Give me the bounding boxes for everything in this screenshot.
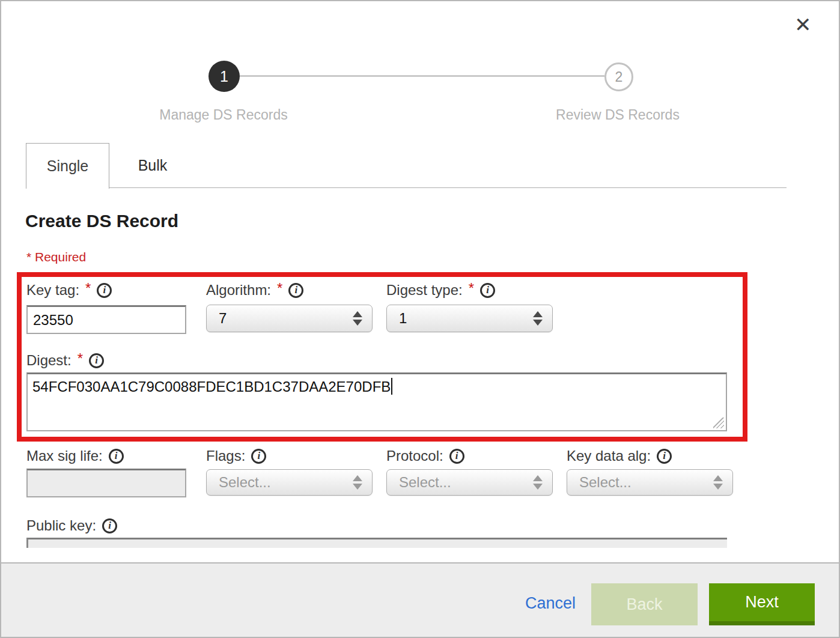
info-icon[interactable]: i (109, 449, 124, 464)
key-data-alg-label-text: Key data alg: (567, 448, 651, 464)
resize-handle[interactable] (713, 418, 724, 428)
digest-type-label: Digest type: * i (386, 281, 495, 299)
stepper-connector-line (240, 75, 604, 77)
public-key-textarea[interactable] (26, 538, 727, 548)
cancel-button[interactable]: Cancel (525, 594, 576, 613)
algorithm-select-value: 7 (219, 310, 353, 327)
required-asterisk: * (78, 350, 83, 367)
info-icon[interactable]: i (480, 283, 495, 298)
protocol-label: Protocol: i (386, 447, 464, 465)
step-2-label: Review DS Records (510, 107, 726, 123)
key-tag-label-text: Key tag: (26, 282, 79, 299)
algorithm-label-text: Algorithm: (206, 282, 271, 299)
required-note: * Required (26, 250, 86, 264)
public-key-label-text: Public key: (26, 517, 96, 534)
next-button[interactable]: Next (709, 583, 815, 625)
page-title: Create DS Record (25, 211, 178, 231)
info-icon[interactable]: i (288, 283, 303, 298)
step-2-circle: 2 (604, 62, 633, 91)
info-icon[interactable]: i (97, 283, 112, 298)
select-arrows-icon (533, 475, 543, 490)
digest-label-text: Digest: (26, 352, 72, 369)
digest-value: 54FCF030AA1C79C0088FDEC1BD1C37DAA2E70DFB (32, 378, 391, 395)
digest-type-select[interactable]: 1 (386, 305, 553, 332)
key-tag-input[interactable]: 23550 (26, 305, 186, 334)
key-data-alg-select-value: Select... (579, 474, 713, 491)
flags-label-text: Flags: (206, 448, 245, 464)
key-data-alg-select[interactable]: Select... (567, 469, 733, 496)
text-cursor (391, 378, 392, 395)
flags-select-value: Select... (219, 474, 353, 491)
required-asterisk: * (85, 280, 91, 297)
select-arrows-icon (353, 475, 362, 490)
max-sig-life-input[interactable] (26, 469, 186, 497)
info-icon[interactable]: i (449, 449, 464, 464)
flags-select[interactable]: Select... (206, 469, 373, 496)
required-asterisk: * (469, 280, 474, 297)
tab-bulk[interactable]: Bulk (110, 143, 195, 187)
required-asterisk: * (277, 280, 282, 297)
protocol-select[interactable]: Select... (386, 469, 553, 496)
protocol-label-text: Protocol: (386, 448, 443, 464)
flags-label: Flags: i (206, 447, 266, 465)
close-icon[interactable]: ✕ (794, 14, 812, 35)
key-tag-label: Key tag: * i (26, 281, 112, 299)
select-arrows-icon (353, 311, 362, 326)
digest-textarea[interactable]: 54FCF030AA1C79C0088FDEC1BD1C37DAA2E70DFB (26, 372, 727, 431)
info-icon[interactable]: i (102, 518, 117, 533)
info-icon[interactable]: i (89, 353, 104, 368)
step-1-circle: 1 (208, 61, 240, 92)
tab-underline (26, 187, 787, 188)
key-data-alg-label: Key data alg: i (567, 447, 672, 465)
select-arrows-icon (533, 311, 543, 326)
digest-type-select-value: 1 (399, 310, 533, 327)
digest-label: Digest: * i (26, 351, 104, 369)
tab-single[interactable]: Single (26, 143, 109, 189)
info-icon[interactable]: i (251, 449, 266, 464)
back-button[interactable]: Back (591, 583, 698, 625)
step-1-label: Manage DS Records (115, 107, 332, 123)
algorithm-label: Algorithm: * i (206, 281, 303, 299)
select-arrows-icon (713, 475, 723, 490)
digest-type-label-text: Digest type: (386, 282, 463, 299)
max-sig-life-label: Max sig life: i (26, 447, 124, 465)
protocol-select-value: Select... (399, 474, 533, 491)
create-ds-record-modal: { "modal": { "close_icon": "✕", "require… (0, 0, 840, 638)
info-icon[interactable]: i (657, 449, 672, 464)
algorithm-select[interactable]: 7 (206, 305, 373, 332)
max-sig-life-label-text: Max sig life: (26, 448, 103, 464)
public-key-label: Public key: i (26, 517, 117, 535)
